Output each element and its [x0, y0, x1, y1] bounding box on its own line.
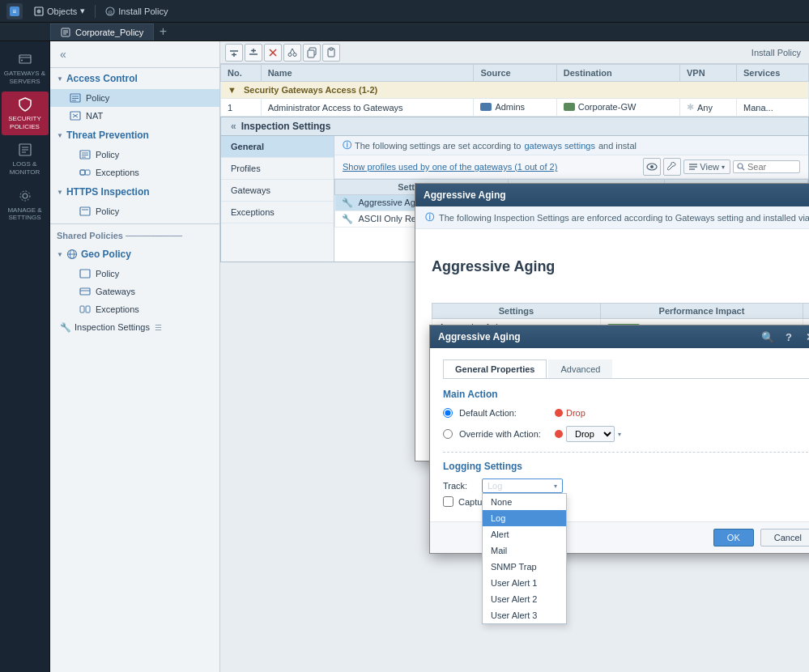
- cell-name: Administrator Access to Gateways: [261, 99, 474, 117]
- install-policy-menu[interactable]: ⚙ Install Policy: [99, 5, 174, 18]
- svg-line-63: [743, 168, 745, 171]
- sidebar-item-nat[interactable]: NAT: [50, 107, 219, 125]
- sidebar-collapse-button[interactable]: «: [55, 45, 71, 64]
- add-below-button[interactable]: [245, 44, 262, 62]
- default-action-radio[interactable]: [443, 408, 453, 418]
- sidebar-item-inspection-settings[interactable]: 🔧 Inspection Settings ☰: [50, 318, 219, 336]
- geo-policy-doc-icon: [79, 268, 91, 279]
- logs-monitor-nav[interactable]: LOGS & MONITOR: [2, 137, 49, 181]
- add-above-button[interactable]: [225, 44, 243, 62]
- dropdown-alert[interactable]: Alert: [483, 526, 566, 542]
- outer-info-bar: ⓘ The following Inspection Settings are …: [415, 206, 809, 229]
- inner-search-button[interactable]: 🔍: [760, 330, 775, 344]
- separator: [95, 5, 96, 18]
- cut-button[interactable]: [283, 44, 301, 62]
- inner-help-button[interactable]: ?: [781, 330, 796, 344]
- sidebar-item-geo-gateways[interactable]: Gateways: [50, 283, 219, 300]
- select-arrow: ▾: [618, 431, 621, 438]
- insp-general-tab[interactable]: General: [221, 136, 334, 158]
- wrench-tool-icon: [667, 162, 677, 172]
- delete-icon: [267, 47, 279, 58]
- dropdown-user2[interactable]: User Alert 2: [483, 591, 566, 607]
- capture-checkbox[interactable]: [443, 496, 453, 507]
- security-policies-nav[interactable]: SECURITY POLICIES: [2, 91, 49, 135]
- dropdown-user3[interactable]: User Alert 3: [483, 607, 566, 623]
- view-button[interactable]: View ▾: [683, 159, 730, 174]
- inspection-panel-header: « Inspection Settings: [221, 117, 808, 136]
- gateway-icon: [564, 103, 575, 111]
- insp-profiles-tab[interactable]: Profiles: [221, 158, 334, 180]
- add-above-icon: [228, 47, 240, 58]
- sidebar-item-https-policy[interactable]: Policy: [50, 202, 219, 220]
- geo-policy-header[interactable]: ▼ Geo Policy: [50, 244, 219, 265]
- install-icon: ⚙: [105, 6, 115, 16]
- wrench-row-icon: 🔧: [342, 198, 353, 207]
- paste-button[interactable]: [322, 44, 340, 62]
- track-dropdown-menu: None Log Alert Mail SNMP Trap User Alert…: [482, 493, 567, 624]
- svg-point-12: [21, 60, 23, 62]
- ok-button[interactable]: OK: [713, 529, 754, 547]
- policy-table: No. Name Source Destination VPN Services…: [220, 64, 809, 117]
- search-input[interactable]: [747, 162, 796, 172]
- sidebar-item-geo-exceptions[interactable]: Exceptions: [50, 300, 219, 318]
- track-label: Track:: [443, 481, 475, 491]
- geo-arrow: ▼: [57, 251, 63, 258]
- cell-source: Admins: [474, 99, 556, 117]
- delete-button[interactable]: [264, 44, 282, 62]
- copy-button[interactable]: [303, 44, 321, 62]
- inner-close-button[interactable]: ✕: [803, 330, 809, 344]
- svg-rect-37: [80, 288, 90, 295]
- inner-dialog-title: Aggressive Aging: [438, 331, 521, 342]
- svg-rect-10: [19, 55, 31, 63]
- outer-info-icon: ⓘ: [425, 211, 434, 223]
- insp-gateways-tab[interactable]: Gateways: [221, 180, 334, 202]
- general-properties-tab[interactable]: General Properties: [443, 359, 547, 378]
- threat-prevention-header[interactable]: ▼ Threat Prevention: [50, 125, 219, 146]
- track-dropdown-trigger[interactable]: Log ▾: [482, 478, 563, 493]
- dropdown-mail[interactable]: Mail: [483, 542, 566, 559]
- main-content: Install Policy No. Name Source Destinati…: [220, 41, 809, 672]
- aggressive-aging-inner-dialog: Aggressive Aging 🔍 ? ✕ General Propertie…: [429, 325, 809, 554]
- dropdown-snmp[interactable]: SNMP Trap: [483, 559, 566, 575]
- override-action-radio[interactable]: [443, 429, 453, 439]
- sidebar-item-tp-policy[interactable]: Policy: [50, 146, 219, 164]
- add-tab-button[interactable]: +: [154, 23, 172, 40]
- dropdown-none[interactable]: None: [483, 494, 566, 510]
- cancel-button[interactable]: Cancel: [760, 529, 809, 547]
- override-drop-dot: [555, 430, 563, 438]
- access-control-header[interactable]: ▼ Access Control: [50, 68, 219, 89]
- col-destination: Destination: [556, 65, 679, 82]
- view-icon: [689, 164, 697, 170]
- sidebar-item-geo-policy[interactable]: Policy: [50, 265, 219, 283]
- insp-exceptions-tab[interactable]: Exceptions: [221, 202, 334, 223]
- profiles-link[interactable]: Show profiles used by one of the gateway…: [343, 162, 557, 172]
- https-inspection-header[interactable]: ▼ HTTPS Inspection: [50, 181, 219, 202]
- manage-settings-nav[interactable]: MANAGE & SETTINGS: [2, 183, 49, 227]
- sidebar-item-tp-exceptions[interactable]: Exceptions: [50, 164, 219, 181]
- corporate-policy-tab[interactable]: Corporate_Policy: [50, 23, 154, 40]
- gateways-servers-nav[interactable]: GATEWAYS & SERVERS: [2, 46, 49, 90]
- wrench-icon: 🔧: [60, 321, 71, 333]
- wrench-tool-button[interactable]: [663, 158, 681, 176]
- insp-label: Install Policy: [748, 48, 804, 57]
- tab-bar: Corporate_Policy +: [0, 23, 809, 41]
- destination-cell: Corporate-GW: [564, 102, 637, 112]
- dropdown-log[interactable]: Log: [483, 510, 566, 526]
- search-box[interactable]: [733, 160, 800, 173]
- sidebar-item-policy[interactable]: Policy: [50, 89, 219, 107]
- panel-collapse-btn[interactable]: «: [231, 121, 236, 132]
- advanced-tab[interactable]: Advanced: [548, 359, 612, 378]
- geo-gateways-icon: [79, 286, 91, 297]
- override-select[interactable]: Drop: [566, 426, 615, 442]
- gateways-settings-link[interactable]: gateways settings: [524, 141, 594, 151]
- outer-col-settings: Settings: [432, 304, 601, 319]
- eye-button[interactable]: [643, 158, 661, 176]
- dropdown-user1[interactable]: User Alert 1: [483, 575, 566, 591]
- table-row[interactable]: 1 Administrator Access to Gateways Admin…: [221, 99, 809, 117]
- top-bar: ≡ Objects ▾ ⚙ Install Policy: [0, 0, 809, 23]
- objects-menu[interactable]: Objects ▾: [28, 4, 92, 18]
- col-source: Source: [474, 65, 556, 82]
- svg-point-17: [23, 194, 28, 198]
- info-icon: ⓘ: [343, 139, 351, 151]
- objects-icon: [34, 6, 44, 16]
